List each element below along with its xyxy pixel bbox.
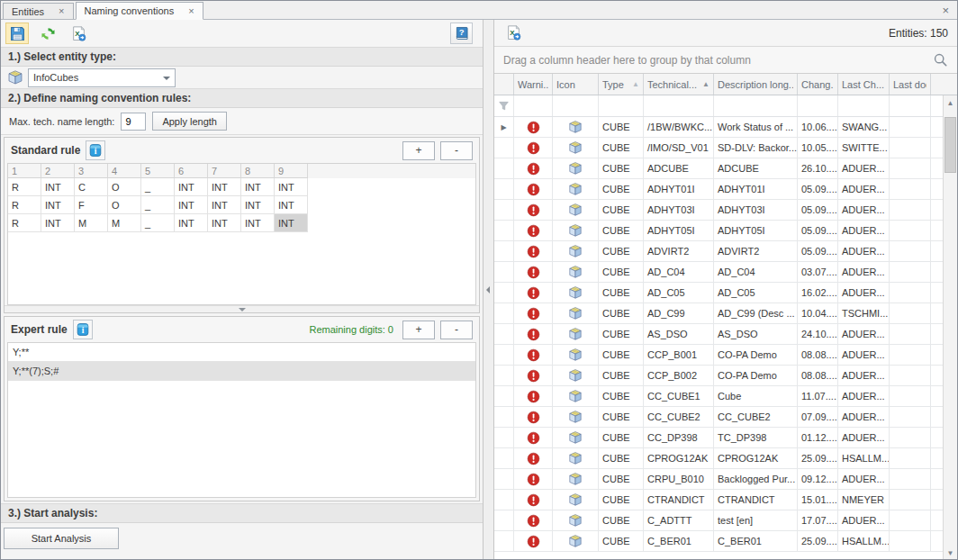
standard-rule-cell[interactable]: INT <box>41 196 75 214</box>
export-excel-button[interactable]: X <box>67 23 90 44</box>
tabstrip-close-icon[interactable]: × <box>942 4 949 17</box>
standard-rule-col-header[interactable]: 8 <box>241 164 275 178</box>
standard-rule-col-header[interactable]: 5 <box>141 164 175 178</box>
table-row[interactable]: CUBEAD_C99AD_C99 (Desc ...10.04....TSCHM… <box>494 303 957 324</box>
table-row[interactable]: CUBECRPU_B010Backlogged Pur...09.12....A… <box>494 469 957 490</box>
expert-rule-row[interactable]: Y;**(7);S;# <box>8 362 475 381</box>
tab-entities[interactable]: Entities × <box>3 3 74 19</box>
filter-cell[interactable] <box>838 95 890 116</box>
standard-rule-cell[interactable]: INT <box>241 178 275 196</box>
table-row[interactable]: CUBECC_DP398TC_DP39801.12....ADUER... <box>494 428 957 448</box>
start-analysis-button[interactable]: Start Analysis <box>4 528 119 549</box>
table-row[interactable]: ▶CUBE/1BW/BWKC...Work Status of ...10.06… <box>494 117 957 138</box>
filter-cell[interactable] <box>798 95 838 116</box>
standard-rule-info-button[interactable]: i <box>86 140 105 160</box>
expert-rule-info-button[interactable]: i <box>73 320 93 339</box>
standard-rule-remove-button[interactable]: - <box>440 141 473 160</box>
standard-rule-cell[interactable]: INT <box>241 196 275 214</box>
table-row[interactable]: CUBEAD_C05AD_C0516.02....ADUER... <box>494 283 957 303</box>
grid-export-excel-button[interactable]: X <box>502 23 525 44</box>
expert-rule-remove-button[interactable]: - <box>440 321 473 339</box>
table-row[interactable]: CUBECC_CUBE2CC_CUBE207.09....ADUER... <box>494 407 957 428</box>
table-row[interactable]: CUBEC_ADTTTtest [en]17.07....ADUER... <box>494 510 957 531</box>
table-row[interactable]: CUBEADHYT03IADHYT03I05.09....ADUER... <box>494 200 957 221</box>
standard-rule-cell[interactable]: INT <box>241 214 275 232</box>
column-header-lastch[interactable]: Last Ch... <box>838 74 890 95</box>
filter-cell[interactable] <box>714 95 798 116</box>
table-row[interactable]: CUBECPROG12AKCPROG12AK25.09....HSALLM... <box>494 448 957 469</box>
standard-rule-cell[interactable]: R <box>8 178 41 196</box>
standard-rule-col-header[interactable]: 6 <box>175 164 208 178</box>
filter-cell[interactable] <box>644 95 714 116</box>
table-row[interactable]: CUBE/IMO/SD_V01SD-DLV: Backor...10.05...… <box>494 138 957 158</box>
standard-rule-cell[interactable]: M <box>108 214 141 232</box>
standard-rule-cell[interactable]: INT <box>208 214 241 232</box>
filter-cell[interactable] <box>514 95 553 116</box>
table-row[interactable]: CUBEADHYT05IADHYT05I05.09....ADUER... <box>494 221 957 241</box>
table-row[interactable]: CUBEAS_DSOAS_DSO24.10....ADUER... <box>494 324 957 345</box>
scroll-up-icon[interactable]: ▲ <box>944 95 957 110</box>
standard-rule-cell[interactable]: _ <box>141 196 175 214</box>
standard-rule-col-header[interactable]: 4 <box>108 164 141 178</box>
standard-rule-add-button[interactable]: + <box>402 141 435 160</box>
standard-rule-cell[interactable]: _ <box>141 178 175 196</box>
max-length-input[interactable] <box>121 113 146 131</box>
column-header-warni[interactable]: Warni... <box>514 74 553 95</box>
table-row[interactable]: CUBEADCUBEADCUBE26.10....ADUER... <box>494 158 957 179</box>
standard-rule-cell[interactable]: F <box>75 196 108 214</box>
table-row[interactable]: CUBECTRANDICTCTRANDICT15.01....NMEYER <box>494 490 957 510</box>
standard-rule-cell[interactable]: INT <box>275 214 308 232</box>
standard-rule-cell[interactable]: INT <box>175 196 208 214</box>
table-row[interactable]: CUBEAD_C04AD_C0403.07....ADUER... <box>494 262 957 283</box>
standard-rule-cell[interactable]: INT <box>275 178 308 196</box>
standard-rule-collapse-splitter[interactable] <box>5 305 479 312</box>
standard-rule-cell[interactable]: R <box>8 196 41 214</box>
tab-naming-conventions[interactable]: Naming conventions × <box>76 2 203 20</box>
column-header-chang[interactable]: Chang... <box>798 74 838 95</box>
expert-rule-row[interactable]: Y;** <box>8 343 475 362</box>
entity-type-dropdown[interactable]: InfoCubes <box>28 68 176 87</box>
save-button[interactable] <box>5 23 29 44</box>
column-header-type[interactable]: Type▲ <box>599 74 644 95</box>
column-header-icon[interactable]: Icon <box>553 74 599 95</box>
tab-entities-close-icon[interactable]: × <box>59 6 64 16</box>
apply-length-button[interactable]: Apply length <box>152 112 227 131</box>
standard-rule-col-header[interactable]: 1 <box>8 164 41 178</box>
standard-rule-cell[interactable]: O <box>108 196 141 214</box>
table-row[interactable]: CUBECCP_B001CO-PA Demo08.08....ADUER... <box>494 345 957 366</box>
standard-rule-cell[interactable]: INT <box>41 178 75 196</box>
standard-rule-cell[interactable]: INT <box>175 214 208 232</box>
standard-rule-cell[interactable]: INT <box>208 178 241 196</box>
table-row[interactable]: CUBEADHYT01IADHYT01I05.09....ADUER... <box>494 179 957 200</box>
standard-rule-cell[interactable]: _ <box>141 214 175 232</box>
standard-rule-cell[interactable]: INT <box>41 214 75 232</box>
column-header-technical[interactable]: Technical...▲ <box>644 74 714 95</box>
standard-rule-col-header[interactable]: 3 <box>75 164 108 178</box>
expert-rule-add-button[interactable]: + <box>402 321 435 339</box>
panel-splitter[interactable] <box>484 20 494 560</box>
help-button[interactable]: ? <box>450 23 473 44</box>
standard-rule-col-header[interactable]: 7 <box>208 164 241 178</box>
search-icon[interactable] <box>933 52 948 68</box>
standard-rule-cell[interactable]: O <box>108 178 141 196</box>
filter-cell[interactable] <box>599 95 644 116</box>
standard-rule-cell[interactable]: C <box>75 178 108 196</box>
scrollbar-thumb[interactable] <box>944 117 956 173</box>
vertical-scrollbar[interactable]: ▲ ▼ <box>943 95 957 560</box>
group-by-bar[interactable]: Drag a column header here to group by th… <box>494 47 957 74</box>
filter-cell[interactable] <box>890 95 931 116</box>
standard-rule-cell[interactable]: INT <box>208 196 241 214</box>
standard-rule-cell[interactable]: INT <box>275 196 308 214</box>
table-row[interactable]: CUBEADVIRT2ADVIRT205.09....ADUER... <box>494 241 957 262</box>
tab-naming-conventions-close-icon[interactable]: × <box>188 6 194 16</box>
table-row[interactable]: CUBEC_BER01C_BER0125.09....HSALLM... <box>494 531 957 552</box>
table-row[interactable]: CUBECCP_B002CO-PA Demo08.08....ADUER... <box>494 366 957 386</box>
scroll-down-icon[interactable]: ▼ <box>944 546 957 560</box>
filter-cell[interactable] <box>553 95 599 116</box>
standard-rule-col-header[interactable]: 2 <box>41 164 75 178</box>
table-row[interactable]: CUBECC_CUBE1Cube11.07....ADUER... <box>494 386 957 407</box>
column-header-descriptionlong[interactable]: Description long... <box>714 74 798 95</box>
column-header-lastdoc[interactable]: Last doc. <box>890 74 931 95</box>
standard-rule-col-header[interactable]: 9 <box>275 164 308 178</box>
standard-rule-cell[interactable]: INT <box>175 178 208 196</box>
